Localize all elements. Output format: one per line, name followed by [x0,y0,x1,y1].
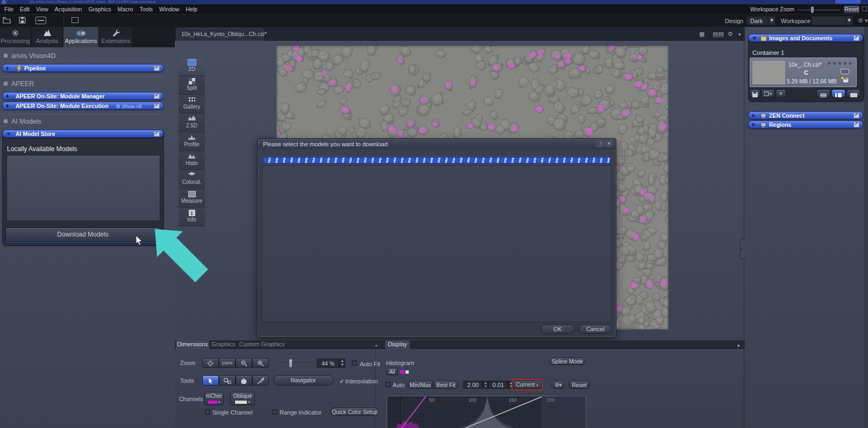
svg-text:200: 200 [546,397,554,403]
svg-text:100: 100 [468,397,476,403]
svg-text:50: 50 [429,397,435,403]
svg-text:150: 150 [509,397,517,403]
